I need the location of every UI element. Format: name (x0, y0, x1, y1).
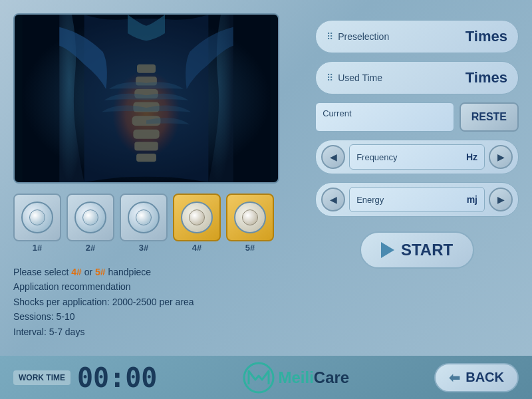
highlight-4: 4# (71, 267, 82, 277)
handpiece-label-1: 1# (33, 243, 42, 253)
highlight-5: 5# (95, 267, 106, 277)
spine-image (13, 13, 279, 184)
dots-icon-usedtime: ⠿ (327, 72, 332, 83)
energy-right-button[interactable]: ▶ (489, 188, 513, 211)
handpiece-item-5[interactable]: 5# (226, 194, 274, 253)
frequency-right-button[interactable]: ▶ (489, 145, 513, 169)
handpiece-label-5: 5# (245, 243, 255, 253)
sessions-text: Sessions: 5-10 (13, 309, 302, 324)
energy-label: Energy (356, 195, 384, 205)
logo-text: MeiliCare (278, 368, 349, 387)
preselection-row: ⠿ Preselection Times (315, 20, 519, 53)
handpiece-btn-1[interactable] (13, 194, 61, 241)
interval-text: Interval: 5-7 days (13, 325, 302, 339)
dots-icon-preselection: ⠿ (327, 31, 332, 42)
start-label: START (401, 241, 453, 259)
bottom-bar: WORK TIME 00:00 MeiliCare ⬅ BACK (0, 356, 532, 399)
logo-icon (242, 361, 275, 394)
handpiece-item-2[interactable]: 2# (66, 194, 114, 253)
energy-display: Energy mj (349, 187, 485, 212)
logo-section: MeiliCare (242, 361, 349, 394)
work-time-label: WORK TIME (13, 370, 70, 385)
current-row: Current RESTE (315, 102, 519, 132)
end-text: handpiece (106, 267, 152, 277)
frequency-unit: Hz (466, 152, 477, 162)
start-button[interactable]: START (360, 231, 474, 269)
left-panel: 1# 2# 3# 4# (13, 13, 302, 339)
work-time-section: WORK TIME 00:00 (13, 362, 157, 393)
back-label: BACK (466, 370, 504, 385)
or-text: or (82, 267, 95, 277)
used-time-row: ⠿ Used Time Times (315, 61, 519, 94)
frequency-row: ◀ Frequency Hz ▶ (315, 140, 519, 174)
energy-left-button[interactable]: ◀ (321, 188, 345, 211)
logo-teal: Meili (278, 368, 313, 386)
handpiece-btn-4[interactable] (173, 194, 221, 241)
handpiece-item-3[interactable]: 3# (120, 194, 168, 253)
play-icon (381, 242, 394, 258)
preselection-label: Preselection (338, 31, 389, 42)
back-button[interactable]: ⬅ BACK (434, 363, 519, 392)
handpiece-btn-2[interactable] (66, 194, 114, 241)
frequency-display: Frequency Hz (349, 144, 485, 170)
energy-unit: mj (467, 194, 477, 205)
handpiece-label-4: 4# (192, 243, 201, 253)
right-panel: ⠿ Preselection Times ⠿ Used Time Times C… (315, 13, 519, 339)
back-arrow-icon: ⬅ (449, 370, 460, 386)
handpiece-item-4[interactable]: 4# (173, 194, 221, 253)
shocks-text: Shocks per application: 2000-2500 per ar… (13, 295, 302, 309)
frequency-left-button[interactable]: ◀ (321, 145, 345, 169)
frequency-label: Frequency (356, 152, 397, 162)
reste-button[interactable]: RESTE (460, 102, 519, 132)
description-area: Please select 4# or 5# handpiece Applica… (13, 265, 302, 339)
current-input[interactable]: Current (315, 102, 454, 132)
handpiece-row: 1# 2# 3# 4# (13, 194, 302, 253)
handpiece-btn-5[interactable] (226, 194, 274, 241)
handpiece-label-3: 3# (139, 243, 148, 253)
energy-row: ◀ Energy mj ▶ (315, 182, 519, 217)
work-time-display: 00:00 (77, 362, 157, 393)
select-text: Please select (13, 267, 71, 277)
recommendation-text: Application recommendation (13, 279, 302, 294)
handpiece-item-1[interactable]: 1# (13, 194, 61, 253)
handpiece-btn-3[interactable] (120, 194, 168, 241)
used-time-label: Used Time (338, 72, 382, 83)
used-time-value: Times (466, 69, 507, 86)
handpiece-label-2: 2# (86, 243, 95, 253)
current-label: Current (323, 108, 351, 118)
logo-dark: Care (314, 368, 349, 386)
preselection-value: Times (466, 28, 507, 45)
